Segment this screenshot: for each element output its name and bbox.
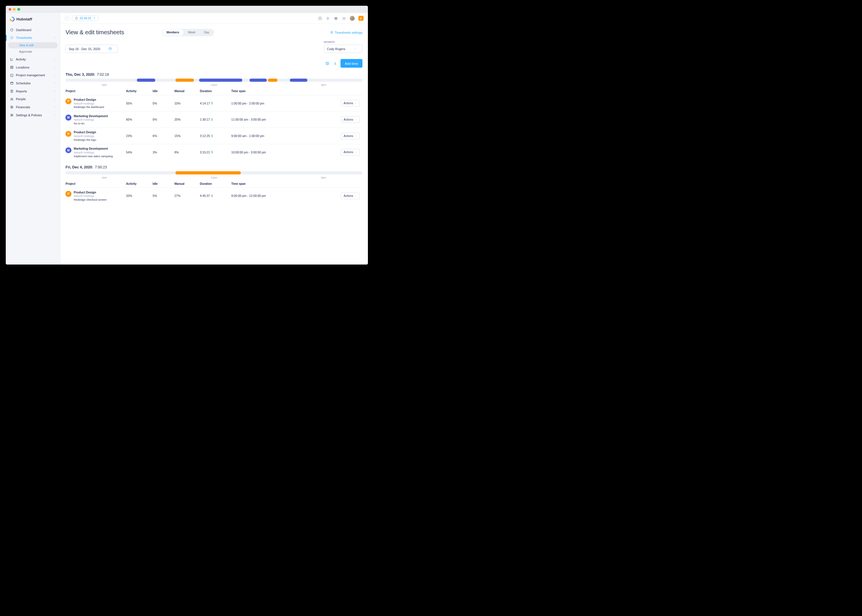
- timeline-segment: [175, 171, 241, 174]
- col-activity: Activity: [126, 182, 153, 185]
- row-actions-button[interactable]: Actions: [341, 133, 360, 139]
- svg-point-10: [13, 115, 13, 115]
- sidebar-sub-approvals[interactable]: Approvals: [8, 49, 57, 55]
- sidebar-item-dashboard[interactable]: Dashboard: [6, 26, 60, 34]
- col-project: Project: [65, 182, 126, 185]
- project-name: Product Design: [74, 190, 107, 194]
- topbar: 02:44:15 K: [60, 13, 368, 24]
- minimize-icon[interactable]: [13, 8, 16, 11]
- download-icon[interactable]: [333, 61, 338, 66]
- activity-value: 54%: [126, 151, 153, 154]
- timer-value: 02:44:15: [80, 17, 91, 20]
- dollar-icon: $: [211, 102, 213, 105]
- sidebar-item-financials[interactable]: Financials: [6, 103, 60, 111]
- gift-icon[interactable]: [334, 16, 338, 20]
- sidebar-item-label: Schedules: [16, 82, 30, 85]
- brand-name: Hubstaff: [16, 17, 32, 21]
- activity-value: 60%: [126, 118, 153, 121]
- sidebar-item-settings-policies[interactable]: Settings & Policies: [6, 111, 60, 119]
- col-idle: Idle: [153, 182, 175, 185]
- bell-icon[interactable]: [326, 16, 330, 20]
- chevron-down-icon: [54, 36, 56, 39]
- people-icon: [10, 97, 14, 101]
- day-date: Thu, Dec 3, 2020:: [65, 72, 95, 77]
- row-actions-button[interactable]: Actions: [341, 149, 360, 156]
- timespan-value: 9:00:00 am - 1:00:00 pm: [231, 134, 282, 138]
- member-label: MEMBER: [324, 41, 362, 44]
- row-actions-button[interactable]: Actions: [341, 116, 360, 123]
- chevron-right-icon: [54, 74, 56, 77]
- back-button[interactable]: [65, 16, 69, 21]
- svg-point-20: [345, 18, 345, 19]
- avatar[interactable]: [350, 16, 355, 21]
- sidebar-item-timesheets[interactable]: Timesheets: [6, 34, 60, 42]
- user-badge[interactable]: K: [358, 16, 364, 21]
- project-task: Redesign the logo: [74, 138, 96, 141]
- open-external-icon[interactable]: [93, 17, 95, 19]
- gauge-icon: [10, 28, 14, 31]
- sidebar-item-people[interactable]: People: [6, 95, 60, 103]
- timesheets-settings-link[interactable]: Timesheets settings: [330, 31, 362, 34]
- project-name: Marketing Development: [74, 147, 113, 150]
- checklist-icon: [10, 74, 14, 77]
- svg-point-6: [12, 99, 13, 99]
- timeline: [65, 79, 362, 82]
- col-duration: Duration: [200, 182, 231, 185]
- duration-value: 3:12:25 $: [200, 134, 231, 138]
- day-date: Fri, Dec 4, 2020:: [65, 165, 93, 169]
- day-group: Thu, Dec 3, 2020:7:02:186am12pm6pm Proje…: [65, 72, 362, 160]
- project-avatar: P: [65, 191, 71, 196]
- col-duration: Duration: [200, 90, 231, 93]
- close-icon[interactable]: [9, 8, 11, 11]
- activity-value: 55%: [126, 102, 153, 105]
- svg-point-16: [344, 17, 344, 17]
- sidebar-item-reports[interactable]: Reports: [6, 87, 60, 95]
- table-header: Project Activity Idle Manual Duration Ti…: [65, 179, 362, 188]
- help-icon[interactable]: [318, 16, 322, 20]
- row-actions-button[interactable]: Actions: [341, 100, 360, 107]
- chevron-right-icon: [54, 114, 56, 116]
- sidebar-item-activity[interactable]: Activity: [6, 55, 60, 63]
- svg-point-5: [11, 98, 12, 99]
- timespan-value: 10:00:00 pm - 3:00:00 pm: [231, 151, 282, 154]
- tab-members[interactable]: Members: [162, 29, 183, 36]
- dollar-icon: [10, 105, 14, 109]
- sidebar-item-project-management[interactable]: Project management: [6, 71, 60, 79]
- map-icon: [10, 65, 14, 69]
- dollar-icon: $: [211, 118, 213, 121]
- tab-day[interactable]: Day: [200, 29, 213, 36]
- manual-value: 27%: [174, 194, 200, 198]
- document-icon: [10, 89, 14, 93]
- columns-icon[interactable]: [325, 61, 330, 66]
- sidebar-item-label: Dashboard: [16, 28, 31, 31]
- member-select[interactable]: Cody Rogers: [324, 45, 362, 53]
- sidebar-sub-view-edit[interactable]: View & edit: [8, 42, 57, 48]
- svg-point-19: [344, 18, 344, 19]
- sidebar-item-label: Activity: [16, 58, 26, 61]
- chevron-right-icon: [54, 90, 56, 93]
- sidebar-item-label: Locations: [16, 66, 29, 69]
- timespan-value: 1:00:00 pm - 2:00:00 pm: [231, 102, 282, 105]
- project-task: Redesign the dashboard: [74, 105, 104, 108]
- apps-grid-icon[interactable]: [342, 16, 346, 20]
- date-range-picker[interactable]: Sep 16 - Dec 15, 2020: [65, 45, 118, 53]
- timer-widget[interactable]: 02:44:15: [72, 16, 98, 21]
- sidebar-item-schedules[interactable]: Schedules: [6, 79, 60, 87]
- idle-value: 0%: [153, 118, 175, 121]
- project-avatar: P: [65, 99, 71, 104]
- maximize-icon[interactable]: [17, 8, 20, 11]
- project-org: Netsoft Holdings: [74, 118, 108, 121]
- tab-week[interactable]: Week: [183, 29, 200, 36]
- axis-label: 6am: [102, 83, 107, 86]
- chevron-down-icon: [354, 48, 356, 50]
- dollar-icon: $: [211, 194, 213, 198]
- sidebar-item-label: Financials: [16, 105, 30, 109]
- add-time-button[interactable]: Add time: [340, 59, 363, 68]
- date-range-value: Sep 16 - Dec 15, 2020: [69, 47, 100, 51]
- sidebar-item-locations[interactable]: Locations: [6, 63, 60, 71]
- project-name: Marketing Development: [74, 114, 108, 118]
- project-org: Netsoft Holdings: [74, 102, 104, 105]
- row-actions-button[interactable]: Actions: [341, 193, 360, 199]
- axis-label: 6am: [102, 176, 107, 179]
- time-axis: 6am12pm6pm: [65, 83, 362, 86]
